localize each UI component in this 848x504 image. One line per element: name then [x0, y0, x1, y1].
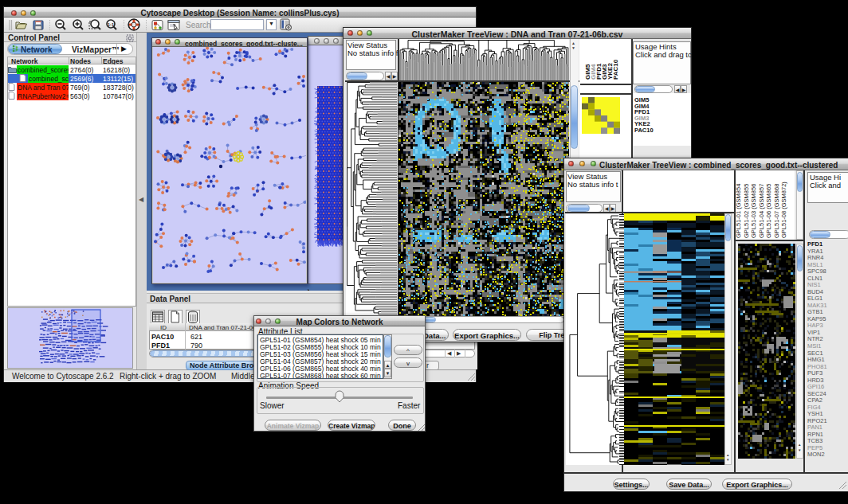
svg-text:GPL51-04 (GSM857: GPL51-04 (GSM857: [758, 184, 765, 238]
svg-text:1:1: 1:1: [108, 22, 114, 27]
svg-text:PAC10: PAC10: [612, 59, 619, 80]
svg-text:GPL51-03 (GSM856: GPL51-03 (GSM856: [750, 184, 757, 238]
svg-text:GPL51-01 (GSM854: GPL51-01 (GSM854: [736, 184, 742, 238]
svg-text:GPL51-06 (GSM865: GPL51-06 (GSM865: [765, 184, 772, 238]
svg-text:GPL51-07 (GSM868: GPL51-07 (GSM868: [773, 184, 780, 238]
svg-text:GPL51-02 (GSM855: GPL51-02 (GSM855: [743, 184, 750, 238]
svg-text:GPL51-08 (GSM872): GPL51-08 (GSM872): [780, 182, 787, 238]
